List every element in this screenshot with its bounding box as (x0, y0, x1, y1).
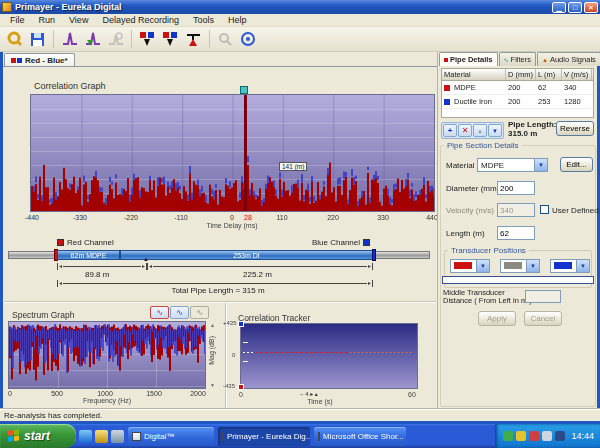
filters-icon: ∿ (504, 56, 509, 63)
move-up-button[interactable]: ▲ (473, 124, 487, 137)
cancel-button[interactable]: Cancel (524, 311, 562, 326)
delete-section-button[interactable]: ✕ (458, 124, 472, 137)
correlation-plot[interactable] (30, 94, 435, 212)
diameter-field[interactable] (497, 181, 535, 195)
tracker-plot[interactable] (240, 323, 418, 389)
add-section-button[interactable]: + (443, 124, 457, 137)
reverse-button[interactable]: Reverse (556, 121, 594, 136)
tracker-ytick-mid: 0 (232, 352, 235, 358)
left-transducer-combo[interactable]: ▼ (450, 259, 490, 273)
peak-zoom-button[interactable] (105, 29, 126, 49)
material-combo[interactable]: MDPE ▼ (477, 158, 548, 172)
app-icon (2, 2, 12, 12)
clock[interactable]: 14:44 (571, 431, 594, 441)
corr-xtick-4: 0 (230, 214, 234, 221)
delete-icon: ✕ (462, 126, 469, 135)
maximize-button[interactable]: □ (568, 2, 582, 13)
spec-xtick-2: 1000 (97, 390, 113, 397)
spectrum-plot[interactable] (8, 321, 206, 389)
pipe-segment-di[interactable]: 253m DI (120, 250, 373, 260)
filter-button[interactable]: ▼ (488, 124, 502, 137)
system-tray: 14:44 (495, 424, 600, 448)
peak-select-button[interactable] (82, 29, 103, 49)
tracker-canvas[interactable] (241, 324, 417, 388)
right-transducer-combo[interactable]: ▼ (550, 259, 590, 273)
peak-marker-flag[interactable] (240, 86, 248, 94)
peak-icon (62, 31, 78, 47)
tray-shield-icon[interactable] (503, 431, 513, 441)
user-defined-checkbox[interactable] (540, 205, 549, 214)
menu-file[interactable]: File (3, 14, 32, 26)
start-button[interactable]: start (0, 424, 76, 448)
combo-dropdown-icon[interactable]: ▼ (476, 260, 489, 272)
tray-network-icon[interactable] (555, 431, 565, 441)
main-toolbar (0, 27, 600, 52)
combo-dropdown-icon[interactable]: ▼ (534, 159, 547, 171)
correlate-button[interactable] (183, 29, 204, 49)
menu-view[interactable]: View (62, 14, 95, 26)
corr-xaxis-label: Time Delay (ms) (192, 222, 272, 229)
tray-alert-icon[interactable] (529, 431, 539, 441)
corr-xtick-1: -330 (73, 214, 87, 221)
length-field[interactable] (497, 226, 535, 240)
tab-label: Red - Blue* (25, 56, 68, 65)
apply-button[interactable]: Apply (478, 311, 516, 326)
tab-audio-signals[interactable]: ▲Audio Signals (537, 52, 600, 66)
menu-help[interactable]: Help (221, 14, 254, 26)
save-button[interactable] (27, 29, 48, 49)
tracker-controls[interactable]: − 4 ▸ ▴ (300, 390, 318, 397)
download-blue-button[interactable] (160, 29, 181, 49)
tray-update-icon[interactable] (516, 431, 526, 441)
tab-red-blue[interactable]: Red - Blue* (4, 53, 75, 66)
quick-launch-mail-icon[interactable] (95, 430, 108, 443)
red-transducer-swatch (454, 262, 472, 269)
gray-wave-button[interactable]: ∿ (190, 306, 209, 319)
quick-launch-ie-icon[interactable] (79, 430, 92, 443)
tracker-xtick-start: 0 (239, 391, 243, 398)
quick-launch-desktop-icon[interactable] (111, 430, 124, 443)
minimize-button[interactable]: ▁ (552, 2, 566, 13)
peak-button[interactable] (59, 29, 80, 49)
menu-tools[interactable]: Tools (186, 14, 221, 26)
combo-dropdown-icon[interactable]: ▼ (526, 260, 539, 272)
spectrum-canvas[interactable] (9, 322, 205, 388)
combo-dropdown-icon[interactable]: ▼ (576, 260, 589, 272)
zoom-button[interactable] (215, 29, 236, 49)
blue-wave-button[interactable]: ∿ (170, 306, 189, 319)
correlation-canvas[interactable] (31, 95, 434, 211)
taskbar-item-digital[interactable]: Digital™ (128, 427, 214, 446)
spec-xtick-3: 1500 (146, 390, 162, 397)
download-red-button[interactable] (137, 29, 158, 49)
close-button[interactable]: ✕ (584, 2, 598, 13)
menu-delayed-recording[interactable]: Delayed Recording (95, 14, 186, 26)
help-button[interactable] (238, 29, 259, 49)
material-label: Material (446, 161, 474, 170)
menu-bar: File Run View Delayed Recording Tools He… (0, 14, 600, 27)
taskbar-item-office[interactable]: Microsoft Office Shor... (314, 427, 406, 446)
open-correlation-button[interactable] (4, 29, 25, 49)
red-swatch-icon (57, 239, 64, 246)
pipe-segment-mdpe[interactable]: 62m MDPE (57, 250, 120, 260)
blue-transducer-marker[interactable] (372, 249, 376, 261)
middle-transducer-combo[interactable]: ▼ (500, 259, 540, 273)
middle-transducer-label-2: Distance ( From Left in m ) (443, 296, 532, 305)
tab-filters[interactable]: ∿Filters (499, 52, 536, 66)
material-table[interactable]: Material D (mm) L (m) V (m/s) MDPE 200 6… (441, 68, 594, 118)
title-bar: Primayer - Eureka Digital ▁ □ ✕ (0, 0, 600, 14)
windows-logo-icon (8, 429, 20, 442)
transducer-position-slider[interactable] (442, 276, 594, 284)
red-wave-button[interactable]: ∿ (150, 306, 169, 319)
legend-red-channel: Red Channel (57, 238, 114, 247)
menu-run[interactable]: Run (32, 14, 63, 26)
taskbar-item-primayer[interactable]: Primayer - Eureka Dig... (218, 427, 310, 446)
leak-position-marker[interactable]: ▲ (143, 256, 149, 262)
tab-pipe-details[interactable]: Pipe Details (439, 52, 498, 66)
table-row[interactable]: Ductile Iron 200 253 1280 (442, 95, 593, 109)
spec-xaxis-label: Frequency (Hz) (60, 397, 154, 404)
peak-distance-label: 141 (m) (279, 162, 307, 171)
table-row[interactable]: MDPE 200 62 340 (442, 81, 593, 95)
spec-range-down-icon[interactable]: ▼ (210, 382, 215, 388)
spec-range-up-icon[interactable]: ▲ (210, 322, 215, 328)
edit-material-button[interactable]: Edit... (560, 157, 593, 172)
tray-volume-icon[interactable] (542, 431, 552, 441)
